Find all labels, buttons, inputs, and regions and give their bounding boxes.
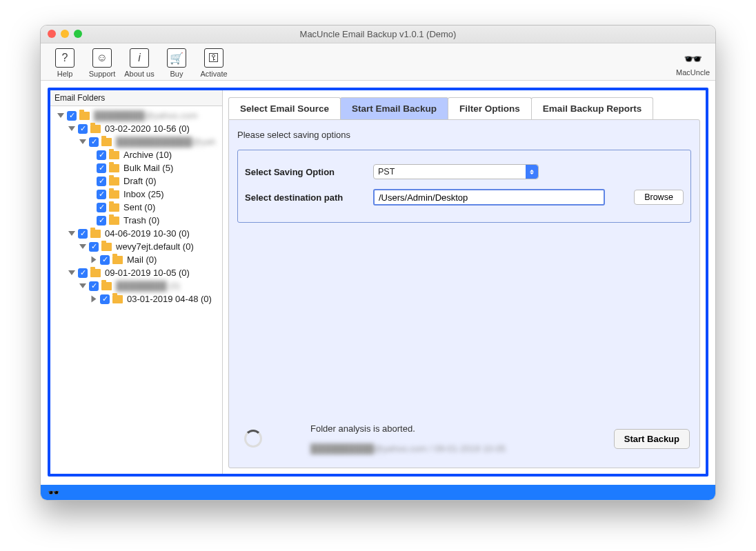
- tree-item[interactable]: ✓ 03-02-2020 10-56 (0): [53, 122, 222, 135]
- brand-icon: 🕶️: [684, 50, 702, 68]
- tree-root[interactable]: ✓ ████████@yahoo.com: [53, 109, 222, 122]
- brand-name: MacUncle: [676, 68, 710, 77]
- tree-label: 03-01-2019 04-48 (0): [127, 294, 212, 304]
- saving-option-select[interactable]: PST: [373, 164, 539, 179]
- checkbox[interactable]: ✓: [97, 190, 106, 199]
- support-icon: ☺: [92, 48, 112, 68]
- sidebar-title: Email Folders: [50, 90, 222, 106]
- checkbox[interactable]: ✓: [97, 177, 106, 186]
- tree-label: Mail (0): [127, 254, 157, 265]
- about-button[interactable]: i About us: [121, 48, 158, 78]
- help-button[interactable]: ? Help: [46, 48, 83, 78]
- tree-item[interactable]: ✓ ████████ (0): [53, 279, 222, 292]
- tree-item[interactable]: ✓ ████████████@yah: [53, 135, 222, 148]
- activate-label: Activate: [200, 70, 227, 78]
- tab-select-source[interactable]: Select Email Source: [228, 97, 341, 119]
- tree-item[interactable]: ✓ 04-06-2019 10-30 (0): [53, 227, 222, 240]
- tree-item[interactable]: ✓ Mail (0): [53, 253, 222, 266]
- disclosure-icon[interactable]: [92, 257, 97, 263]
- disclosure-icon[interactable]: [79, 244, 86, 249]
- checkbox[interactable]: ✓: [78, 124, 88, 134]
- tree-label: Sent (0): [123, 202, 155, 212]
- window-controls: [48, 30, 82, 38]
- tab-reports[interactable]: Email Backup Reports: [531, 97, 653, 119]
- checkbox[interactable]: ✓: [89, 137, 99, 147]
- start-backup-button[interactable]: Start Backup: [614, 429, 690, 449]
- checkbox[interactable]: ✓: [97, 216, 106, 226]
- app-window: MacUncle Email Backup v1.0.1 (Demo) ? He…: [40, 25, 716, 501]
- about-label: About us: [124, 70, 154, 78]
- support-label: Support: [89, 70, 116, 78]
- status-row: Folder analysis is aborted. ██████████@y…: [237, 419, 691, 458]
- tab-content: Please select saving options Select Savi…: [228, 119, 700, 468]
- tree-item[interactable]: ✓ wevy7ejt.default (0): [53, 240, 222, 253]
- saving-option-value: PST: [378, 167, 395, 177]
- spinner-icon: [244, 430, 262, 448]
- folder-icon: [109, 217, 119, 225]
- disclosure-icon[interactable]: [79, 139, 86, 144]
- destination-path-label: Select destination path: [245, 192, 373, 203]
- checkbox[interactable]: ✓: [89, 242, 99, 252]
- buy-button[interactable]: 🛒 Buy: [158, 48, 195, 78]
- brand-logo: 🕶️ MacUncle: [676, 50, 710, 77]
- browse-button[interactable]: Browse: [634, 190, 684, 205]
- folder-tree[interactable]: ✓ ████████@yahoo.com ✓ 03-02-2020 10-56 …: [50, 106, 222, 474]
- tree-label: Archive (10): [123, 150, 172, 160]
- checkbox[interactable]: ✓: [78, 229, 88, 239]
- buy-icon: 🛒: [167, 48, 186, 68]
- destination-path-input[interactable]: [373, 189, 605, 206]
- main-frame: Email Folders ✓ ████████@yahoo.com ✓ 03-…: [48, 88, 708, 477]
- tree-label: 09-01-2019 10-05 (0): [105, 268, 190, 278]
- tree-label: ████████@yahoo.com: [94, 110, 197, 121]
- support-button[interactable]: ☺ Support: [83, 48, 121, 78]
- help-label: Help: [57, 70, 73, 78]
- disclosure-icon[interactable]: [68, 270, 75, 275]
- status-text: Folder analysis is aborted. ██████████@y…: [310, 423, 506, 454]
- select-arrow-icon: [526, 165, 538, 179]
- sidebar: Email Folders ✓ ████████@yahoo.com ✓ 03-…: [50, 90, 223, 474]
- tree-item[interactable]: ✓ 03-01-2019 04-48 (0): [53, 292, 222, 305]
- folder-icon: [101, 243, 112, 251]
- folder-icon: [90, 269, 101, 277]
- tree-item[interactable]: ✓Draft (0): [53, 174, 222, 188]
- minimize-window-button[interactable]: [61, 30, 69, 38]
- disclosure-icon[interactable]: [68, 126, 75, 131]
- tree-item[interactable]: ✓ 09-01-2019 10-05 (0): [53, 266, 222, 279]
- checkbox[interactable]: ✓: [67, 111, 77, 121]
- checkbox[interactable]: ✓: [100, 294, 110, 304]
- checkbox[interactable]: ✓: [78, 268, 88, 278]
- disclosure-icon[interactable]: [92, 296, 97, 303]
- checkbox[interactable]: ✓: [97, 203, 106, 212]
- tab-bar: Select Email Source Start Email Backup F…: [228, 97, 700, 119]
- tree-label: wevy7ejt.default (0): [116, 241, 194, 252]
- options-group: Select Saving Option PST Select destinat…: [237, 150, 691, 223]
- tree-item[interactable]: ✓Archive (10): [53, 148, 222, 161]
- tree-item[interactable]: ✓Sent (0): [53, 201, 222, 214]
- instruction-text: Please select saving options: [237, 130, 691, 140]
- folder-icon: [109, 190, 119, 199]
- checkbox[interactable]: ✓: [97, 163, 106, 173]
- disclosure-icon[interactable]: [57, 113, 64, 118]
- status-line2: ██████████@yahoo.com / 09-01-2019 10-05: [310, 443, 506, 454]
- close-window-button[interactable]: [48, 30, 56, 38]
- folder-icon: [109, 203, 119, 212]
- disclosure-icon[interactable]: [79, 283, 86, 288]
- activate-button[interactable]: ⚿ Activate: [195, 48, 232, 78]
- folder-icon: [109, 177, 119, 186]
- buy-label: Buy: [170, 70, 183, 78]
- disclosure-icon[interactable]: [68, 231, 75, 236]
- folder-icon: [90, 230, 101, 238]
- checkbox[interactable]: ✓: [89, 281, 99, 291]
- statusbar-icon: 🕶️: [48, 487, 59, 498]
- zoom-window-button[interactable]: [74, 30, 82, 38]
- folder-icon: [90, 125, 101, 133]
- tree-item[interactable]: ✓Trash (0): [53, 214, 222, 227]
- checkbox[interactable]: ✓: [100, 255, 110, 265]
- tree-item[interactable]: ✓Bulk Mail (5): [53, 161, 222, 174]
- checkbox[interactable]: ✓: [97, 150, 106, 160]
- tab-start-backup[interactable]: Start Email Backup: [340, 97, 448, 119]
- folder-icon: [101, 138, 112, 146]
- tree-label: ████████████@yah: [116, 137, 216, 147]
- tree-item[interactable]: ✓Inbox (25): [53, 188, 222, 201]
- tab-filter-options[interactable]: Filter Options: [448, 97, 532, 119]
